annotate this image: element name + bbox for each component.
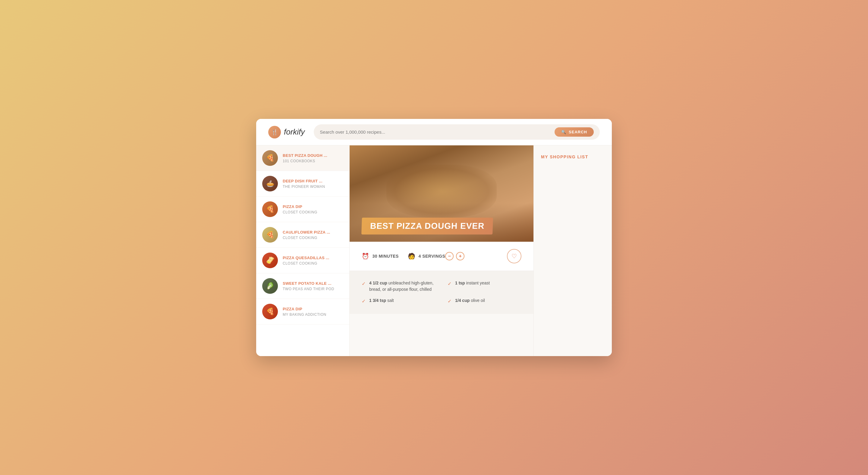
ingredients-grid: ✓ 4 1/2 cup unbleached high-gluten, brea…	[362, 280, 521, 305]
fork-knife-icon: 🍴	[271, 129, 278, 135]
thumb-emoji: 🫔	[262, 252, 278, 268]
ingredient-check-icon: ✓	[447, 298, 452, 305]
recipe-list-source: THE PIONEER WOMAN	[283, 184, 343, 189]
logo-text: forkify	[284, 127, 305, 137]
recipe-list-title: SWEET POTATO KALE ...	[283, 281, 343, 286]
shopping-title: MY SHOPPING LIST	[541, 155, 604, 159]
recipe-info: SWEET POTATO KALE ... TWO PEAS AND THEIR…	[283, 281, 343, 291]
sidebar-recipe-item[interactable]: 🫔 PIZZA QUESADILLAS ... CLOSET COOKING	[256, 248, 349, 273]
thumb-emoji: 🍕	[262, 227, 278, 243]
recipe-list-title: DEEP DISH FRUIT ...	[283, 179, 343, 183]
main-content: 🍕 BEST PIZZA DOUGH ... 101 COOKBOOKS 🥧 D…	[256, 145, 612, 356]
recipe-list-source: CLOSET COOKING	[283, 261, 343, 266]
recipe-thumbnail: 🥧	[262, 176, 278, 192]
recipe-list-title: BEST PIZZA DOUGH ...	[283, 153, 343, 158]
recipe-hero: BEST PIZZA DOUGH EVER	[350, 145, 533, 242]
ingredient-text: 1 3/4 tsp salt	[369, 297, 394, 304]
recipe-list-source: CLOSET COOKING	[283, 236, 343, 240]
increase-servings-button[interactable]: +	[456, 252, 464, 260]
ingredient-item: ✓ 1/4 cup olive oil	[447, 297, 521, 305]
decrease-servings-button[interactable]: −	[445, 252, 454, 260]
recipe-detail: BEST PIZZA DOUGH EVER ⏰ 30 MINUTES 🧑 4 S…	[350, 145, 533, 356]
recipe-list-source: MY BAKING ADDICTION	[283, 312, 343, 317]
recipe-thumbnail: 🍕	[262, 150, 278, 166]
thumb-emoji: 🍕	[262, 150, 278, 166]
recipe-list-source: 101 COOKBOOKS	[283, 159, 343, 163]
ingredient-text: 1/4 cup olive oil	[455, 297, 485, 304]
search-bar: 🔍 SEARCH	[314, 124, 600, 140]
heart-icon: ♡	[512, 252, 517, 260]
header: 🍴 forkify 🔍 SEARCH	[256, 119, 612, 145]
clock-icon: ⏰	[362, 252, 370, 260]
thumb-emoji: 🥧	[262, 176, 278, 192]
recipe-list-title: PIZZA DIP	[283, 307, 343, 311]
recipe-meta: ⏰ 30 MINUTES 🧑 4 SERVINGS − + ♡	[350, 242, 533, 271]
search-button-label: SEARCH	[569, 130, 587, 134]
recipe-info: PIZZA DIP MY BAKING ADDICTION	[283, 307, 343, 317]
sidebar-recipe-item[interactable]: 🍕 CAULIFLOWER PIZZA ... CLOSET COOKING	[256, 222, 349, 248]
time-meta: ⏰ 30 MINUTES	[362, 252, 399, 260]
recipe-title-banner: BEST PIZZA DOUGH EVER	[350, 209, 533, 242]
shopping-panel: MY SHOPPING LIST	[533, 145, 612, 356]
ingredient-item: ✓ 1 tsp instant yeast	[447, 280, 521, 293]
recipe-info: PIZZA QUESADILLAS ... CLOSET COOKING	[283, 256, 343, 266]
thumb-emoji: 🍕	[262, 304, 278, 319]
sidebar-recipe-item[interactable]: 🥧 DEEP DISH FRUIT ... THE PIONEER WOMAN	[256, 171, 349, 197]
recipe-list-source: CLOSET COOKING	[283, 210, 343, 214]
recipe-list-title: CAULIFLOWER PIZZA ...	[283, 230, 343, 235]
search-button[interactable]: 🔍 SEARCH	[555, 127, 594, 137]
thumb-emoji: 🍕	[262, 201, 278, 217]
favorite-button[interactable]: ♡	[507, 249, 521, 263]
recipe-info: CAULIFLOWER PIZZA ... CLOSET COOKING	[283, 230, 343, 240]
thumb-emoji: 🥬	[262, 278, 278, 294]
servings-controls: − +	[445, 252, 464, 260]
logo-icon: 🍴	[268, 126, 281, 138]
sidebar-recipe-item[interactable]: 🍕 PIZZA DIP MY BAKING ADDICTION	[256, 299, 349, 325]
servings-label: 4 SERVINGS	[418, 254, 445, 259]
recipe-list-source: TWO PEAS AND THEIR POD	[283, 287, 343, 291]
search-icon: 🔍	[561, 130, 566, 134]
app-window: 🍴 forkify 🔍 SEARCH 🍕 BEST PIZZA DOUGH ..…	[256, 119, 612, 356]
ingredient-item: ✓ 1 3/4 tsp salt	[362, 297, 435, 305]
ingredient-item: ✓ 4 1/2 cup unbleached high-gluten, brea…	[362, 280, 435, 293]
recipe-list-title: PIZZA DIP	[283, 204, 343, 209]
recipe-thumbnail: 🫔	[262, 252, 278, 268]
logo[interactable]: 🍴 forkify	[268, 126, 305, 138]
time-label: 30 MINUTES	[373, 254, 399, 259]
ingredient-text: 1 tsp instant yeast	[455, 280, 490, 286]
sidebar-recipe-item[interactable]: 🍕 PIZZA DIP CLOSET COOKING	[256, 197, 349, 222]
servings-meta: 🧑 4 SERVINGS − +	[408, 252, 464, 260]
ingredient-check-icon: ✓	[362, 298, 366, 305]
ingredient-check-icon: ✓	[362, 280, 366, 287]
sidebar-recipe-item[interactable]: 🍕 BEST PIZZA DOUGH ... 101 COOKBOOKS	[256, 145, 349, 171]
sidebar-recipe-item[interactable]: 🥬 SWEET POTATO KALE ... TWO PEAS AND THE…	[256, 273, 349, 299]
recipe-thumbnail: 🍕	[262, 201, 278, 217]
recipe-main-title: BEST PIZZA DOUGH EVER	[361, 217, 493, 235]
recipe-info: PIZZA DIP CLOSET COOKING	[283, 204, 343, 214]
person-icon: 🧑	[408, 252, 415, 260]
sidebar: 🍕 BEST PIZZA DOUGH ... 101 COOKBOOKS 🥧 D…	[256, 145, 350, 356]
ingredients-section: ✓ 4 1/2 cup unbleached high-gluten, brea…	[350, 271, 533, 314]
search-input[interactable]	[320, 129, 552, 135]
recipe-thumbnail: 🍕	[262, 227, 278, 243]
recipe-info: DEEP DISH FRUIT ... THE PIONEER WOMAN	[283, 179, 343, 189]
recipe-thumbnail: 🥬	[262, 278, 278, 294]
recipe-list-title: PIZZA QUESADILLAS ...	[283, 256, 343, 260]
recipe-thumbnail: 🍕	[262, 304, 278, 319]
recipe-info: BEST PIZZA DOUGH ... 101 COOKBOOKS	[283, 153, 343, 163]
ingredient-text: 4 1/2 cup unbleached high-gluten, bread,…	[369, 280, 435, 293]
ingredient-check-icon: ✓	[447, 280, 452, 287]
